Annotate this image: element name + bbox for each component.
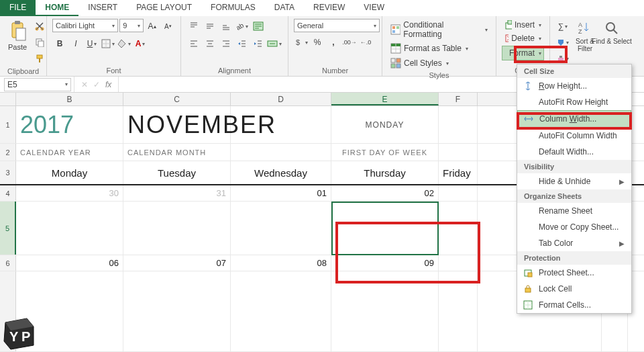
group-font-label: Font bbox=[52, 65, 175, 75]
decrease-decimal-button[interactable]: ←.0 bbox=[358, 35, 373, 50]
enter-formula-icon[interactable]: ✓ bbox=[93, 80, 100, 89]
cut-button[interactable] bbox=[32, 19, 47, 34]
comma-format-button[interactable]: , bbox=[326, 35, 341, 50]
col-header-b[interactable]: B bbox=[16, 93, 123, 105]
align-middle-button[interactable] bbox=[203, 19, 217, 34]
cell[interactable] bbox=[123, 202, 231, 255]
date-cell[interactable]: 09 bbox=[331, 255, 439, 271]
percent-format-button[interactable]: % bbox=[310, 35, 325, 50]
cell[interactable] bbox=[16, 202, 123, 255]
find-select-button[interactable]: Find & Select bbox=[600, 19, 624, 46]
align-bottom-button[interactable] bbox=[219, 19, 233, 34]
number-format-combo[interactable]: General▾ bbox=[294, 19, 380, 32]
font-size-combo[interactable]: 9▾ bbox=[119, 19, 144, 32]
bold-button[interactable]: B bbox=[52, 36, 67, 51]
row-header[interactable]: 3 bbox=[0, 161, 16, 184]
format-cells-dropdown[interactable]: Format▾ bbox=[502, 46, 544, 60]
orientation-button[interactable]: ab▾ bbox=[235, 19, 250, 34]
tab-page-layout[interactable]: PAGE LAYOUT bbox=[127, 0, 201, 16]
menu-autofit-column-width[interactable]: AutoFit Column Width bbox=[517, 128, 631, 144]
paste-button[interactable]: Paste bbox=[5, 19, 30, 52]
wrap-text-button[interactable] bbox=[251, 19, 266, 34]
align-center-button[interactable] bbox=[203, 36, 217, 51]
date-cell[interactable]: 31 bbox=[123, 185, 231, 201]
increase-font-button[interactable]: A▴ bbox=[145, 19, 160, 34]
date-cell[interactable]: 08 bbox=[231, 255, 331, 271]
decrease-indent-button[interactable] bbox=[235, 36, 250, 51]
protect-sheet-icon bbox=[523, 267, 533, 278]
date-cell[interactable]: 06 bbox=[16, 255, 123, 271]
col-header-d[interactable]: D bbox=[231, 93, 331, 105]
cancel-formula-icon[interactable]: ✕ bbox=[81, 80, 88, 89]
group-clipboard-label: Clipboard bbox=[5, 66, 41, 75]
autosum-button[interactable]: ∑▾ bbox=[555, 19, 570, 34]
format-as-table-button[interactable]: Format as Table▾ bbox=[388, 42, 490, 55]
row-header[interactable]: 5 bbox=[0, 202, 16, 255]
svg-rect-7 bbox=[37, 55, 42, 58]
menu-default-width[interactable]: Default Width... bbox=[517, 144, 631, 160]
tab-file[interactable]: FILE bbox=[0, 0, 36, 16]
fill-button[interactable]: ▾ bbox=[555, 35, 570, 50]
tab-review[interactable]: REVIEW bbox=[304, 0, 354, 16]
col-header-e[interactable]: E bbox=[331, 93, 439, 105]
insert-cells-button[interactable]: Insert▾ bbox=[502, 19, 544, 31]
fx-icon[interactable]: fx bbox=[105, 80, 111, 89]
cell[interactable] bbox=[231, 202, 331, 255]
tab-view[interactable]: VIEW bbox=[354, 0, 394, 16]
menu-column-width[interactable]: Column Width...Column Width... bbox=[517, 110, 631, 128]
col-header-c[interactable]: C bbox=[123, 93, 231, 105]
font-color-button[interactable]: A▾ bbox=[133, 36, 148, 51]
align-right-button[interactable] bbox=[219, 36, 233, 51]
menu-tab-color[interactable]: Tab Color▶ bbox=[517, 235, 631, 251]
menu-autofit-row-height[interactable]: AutoFit Row Height bbox=[517, 94, 631, 110]
col-header-f[interactable]: F bbox=[439, 93, 478, 105]
date-cell[interactable]: 01 bbox=[231, 185, 331, 201]
format-cells-icon bbox=[523, 300, 533, 310]
underline-button[interactable]: U▾ bbox=[85, 36, 99, 51]
svg-rect-41 bbox=[391, 58, 395, 62]
align-top-button[interactable] bbox=[186, 19, 201, 34]
date-cell[interactable]: 07 bbox=[123, 255, 231, 271]
menu-protect-sheet[interactable]: Protect Sheet... bbox=[517, 265, 631, 281]
menu-move-copy-sheet[interactable]: Move or Copy Sheet... bbox=[517, 219, 631, 235]
date-cell[interactable]: 30 bbox=[16, 185, 123, 201]
increase-decimal-button[interactable]: .00→ bbox=[342, 35, 357, 50]
cell-active[interactable] bbox=[331, 202, 439, 255]
borders-button[interactable]: ▾ bbox=[101, 36, 115, 51]
svg-rect-6 bbox=[38, 41, 44, 47]
cell-styles-button[interactable]: Cell Styles▾ bbox=[388, 56, 490, 70]
menu-hide-unhide[interactable]: Hide & Unhide▶ bbox=[517, 173, 631, 189]
group-number-label: Number bbox=[294, 65, 376, 75]
merge-center-button[interactable]: ▾ bbox=[267, 36, 282, 51]
menu-section-protection: Protection bbox=[517, 251, 631, 265]
date-cell[interactable]: 02 bbox=[331, 185, 439, 201]
font-name-combo[interactable]: Calibri Light▾ bbox=[52, 19, 118, 32]
tab-data[interactable]: DATA bbox=[265, 0, 304, 16]
tab-home[interactable]: HOME bbox=[36, 0, 78, 16]
svg-rect-35 bbox=[396, 26, 399, 29]
align-left-button[interactable] bbox=[186, 36, 201, 51]
row-header[interactable]: 6 bbox=[0, 255, 16, 271]
tab-formulas[interactable]: FORMULAS bbox=[201, 0, 265, 16]
menu-lock-cell[interactable]: Lock Cell bbox=[517, 281, 631, 297]
row-header[interactable]: 1 bbox=[0, 106, 16, 143]
menu-format-cells[interactable]: Format Cells... bbox=[517, 297, 631, 313]
increase-indent-button[interactable] bbox=[251, 36, 266, 51]
copy-button[interactable] bbox=[32, 35, 47, 50]
conditional-formatting-button[interactable]: Conditional Formatting▾ bbox=[388, 19, 490, 40]
format-painter-button[interactable] bbox=[32, 51, 47, 66]
name-box[interactable]: E5▾ bbox=[4, 78, 71, 91]
row-header[interactable]: 2 bbox=[0, 144, 16, 161]
svg-rect-42 bbox=[396, 58, 400, 62]
row-header[interactable]: 4 bbox=[0, 185, 16, 201]
svg-rect-1 bbox=[15, 21, 20, 24]
tab-insert[interactable]: INSERT bbox=[78, 0, 127, 16]
accounting-format-button[interactable]: $▾ bbox=[294, 35, 309, 50]
menu-rename-sheet[interactable]: Rename Sheet bbox=[517, 203, 631, 219]
fill-color-button[interactable]: ▾ bbox=[117, 36, 131, 51]
delete-cells-button[interactable]: Delete▾ bbox=[502, 32, 544, 44]
italic-button[interactable]: I bbox=[68, 36, 83, 51]
menu-row-height[interactable]: Row Row Height...Height... bbox=[517, 78, 631, 94]
decrease-font-button[interactable]: A▾ bbox=[160, 19, 175, 34]
sort-filter-button[interactable]: AZ Sort & Filter bbox=[573, 19, 597, 54]
